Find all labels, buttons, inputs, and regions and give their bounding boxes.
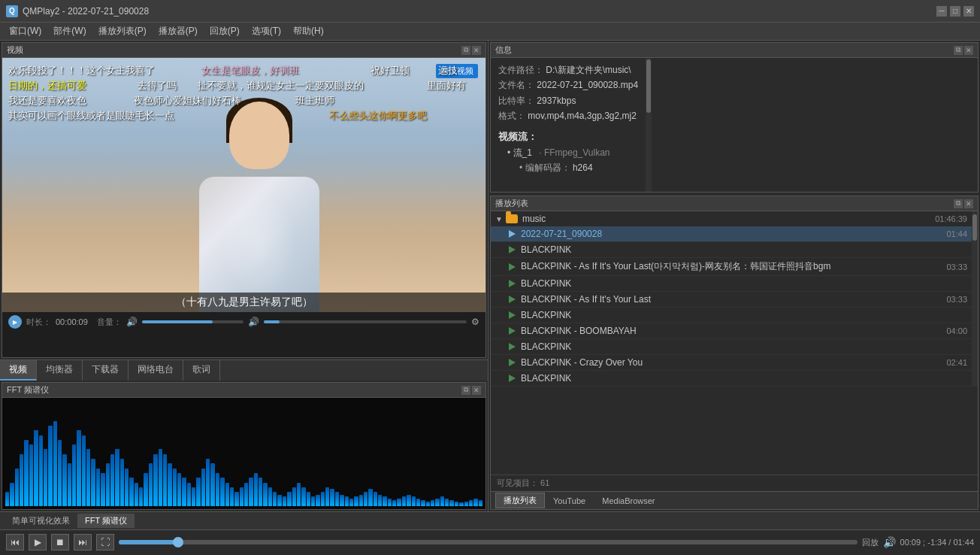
mini-controls-row: ▶ 时长： 00:00:09 音量： 🔊 🔊 ⚙: [8, 315, 479, 329]
volume-area: 🔊: [883, 536, 896, 548]
folder-icon: [506, 214, 518, 223]
info-filename-row: 文件名： 2022-07-21_090028.mp4: [498, 77, 638, 92]
fft-close-button[interactable]: ✕: [472, 386, 481, 395]
fft-bar: [307, 492, 310, 506]
fft-bar: [388, 499, 392, 506]
stop-button[interactable]: ⏹: [51, 534, 69, 550]
info-restore-button[interactable]: ⧉: [954, 46, 963, 55]
bottom-tab-youtube[interactable]: YouTube: [545, 494, 594, 508]
playlist-item-3[interactable]: BLACKPINK: [491, 276, 972, 292]
danmaku-9: 我还是要喜欢夜色: [8, 94, 86, 108]
menu-window[interactable]: 窗口(W): [3, 23, 47, 39]
viz-tab-fft[interactable]: FFT 频谱仪: [77, 514, 135, 528]
playlist-panel-title: 播放列表: [495, 198, 954, 209]
minimize-button[interactable]: ─: [936, 6, 947, 17]
main-seek-bar[interactable]: [119, 540, 858, 544]
mini-vol-slider[interactable]: [142, 320, 243, 323]
fft-bar: [15, 469, 19, 506]
stream1-name: 流_1: [513, 147, 532, 158]
info-scrollbar[interactable]: [646, 58, 652, 192]
playlist-item-8[interactable]: BLACKPINK - Crazy Over You 02:41: [491, 355, 972, 371]
fullscreen-button[interactable]: ⛶: [96, 534, 114, 550]
playlist-item-2[interactable]: BLACKPINK - As If It's Your Last(마지막처럼)-…: [491, 258, 972, 276]
play-button[interactable]: ▶: [29, 534, 47, 550]
main-seek-fill: [119, 540, 178, 544]
menu-playback[interactable]: 回放(P): [204, 23, 246, 39]
playlist-inner: ▼ music 01:46:39 2022-07-21_090028 01:44: [491, 211, 978, 387]
info-close-button[interactable]: ✕: [964, 46, 973, 55]
fft-bar: [449, 500, 453, 506]
info-panel: 信息 ⧉ ✕ 文件路径： D:\新建文件夹\music\ 文件名： 2022-0…: [490, 42, 978, 193]
menu-playlist[interactable]: 播放列表(P): [92, 23, 153, 39]
fft-bar: [316, 495, 319, 506]
fft-bar: [58, 440, 62, 506]
prev-button[interactable]: ⏮: [6, 534, 24, 550]
volume-icon: 🔊: [126, 317, 138, 327]
mini-controls: ▶ 时长： 00:00:09 音量： 🔊 🔊 ⚙: [2, 312, 485, 357]
menu-options[interactable]: 选项(T): [246, 23, 287, 39]
close-button[interactable]: ✕: [963, 6, 974, 17]
video-content[interactable]: 腾讯视频 欢乐段投了！！！这个女主我喜了 女生是笔眼皮，好训班 祝好卫顿 运技 …: [2, 58, 485, 357]
mini-progress-slider[interactable]: [264, 320, 467, 323]
fft-bar: [210, 463, 214, 506]
playlist-item-5[interactable]: BLACKPINK: [491, 308, 972, 323]
fft-bar: [440, 496, 444, 506]
danmaku-3: 祝好卫顿: [371, 64, 410, 77]
playlist-folder[interactable]: ▼ music 01:46:39: [491, 211, 972, 226]
playlist-item-9[interactable]: BLACKPINK: [491, 371, 972, 387]
fft-restore-button[interactable]: ⧉: [461, 386, 470, 395]
visible-items-label: 可见项目：: [497, 478, 538, 487]
video-frame: 腾讯视频 欢乐段投了！！！这个女主我喜了 女生是笔眼皮，好训班 祝好卫顿 运技 …: [2, 58, 485, 312]
stream1-name-row: • 流_1 · FFmpeg_Vulkan: [507, 145, 638, 160]
viz-tabs-row: 简单可视化效果 FFT 频谱仪: [0, 512, 980, 530]
maximize-button[interactable]: □: [950, 6, 960, 17]
fft-bar: [177, 473, 181, 506]
tab-equalizer[interactable]: 均衡器: [37, 360, 83, 381]
video-restore-button[interactable]: ⧉: [461, 46, 470, 55]
playlist-item-6[interactable]: BLACKPINK - BOOMBAYAH 04:00: [491, 323, 972, 339]
fft-content: [2, 398, 485, 509]
item-name-1: BLACKPINK: [521, 244, 941, 255]
playlist-close-button[interactable]: ✕: [964, 199, 973, 208]
fft-bar: [115, 449, 119, 506]
playlist-scrollbar[interactable]: [972, 211, 978, 387]
viz-tab-simple[interactable]: 简单可视化效果: [5, 514, 77, 528]
playlist-panel-titlebar: 播放列表 ⧉ ✕: [491, 196, 978, 211]
fft-bar: [249, 478, 253, 506]
playlist-item-4[interactable]: BLACKPINK - As If It's Your Last 03:33: [491, 292, 972, 308]
menu-help[interactable]: 帮助(H): [287, 23, 330, 39]
mini-time-value: 00:00:09: [56, 317, 88, 326]
fft-bar: [412, 496, 416, 506]
fft-bar: [62, 454, 66, 506]
person-body: [199, 177, 319, 312]
menu-parts[interactable]: 部件(W): [47, 23, 92, 39]
fft-bar: [68, 463, 71, 506]
fft-bar: [431, 500, 434, 506]
mini-play-btn[interactable]: ▶: [8, 315, 22, 329]
fft-bar: [335, 492, 339, 506]
visible-items-count: 61: [540, 478, 549, 487]
video-close-button[interactable]: ✕: [472, 46, 481, 55]
svg-marker-5: [509, 311, 516, 319]
play-indicator-8: [507, 358, 516, 367]
info-panel-titlebar: 信息 ⧉ ✕: [491, 43, 978, 58]
volume-speaker-icon: 🔊: [883, 536, 896, 548]
tab-radio[interactable]: 网络电台: [129, 360, 183, 381]
playlist-item-1[interactable]: BLACKPINK: [491, 242, 972, 258]
playlist-item-0[interactable]: 2022-07-21_090028 01:44: [491, 226, 972, 242]
tab-downloader[interactable]: 下载器: [83, 360, 129, 381]
next-button[interactable]: ⏭: [74, 534, 92, 550]
playlist-restore-button[interactable]: ⧉: [954, 199, 963, 208]
fft-bar: [479, 500, 482, 506]
bottom-tab-mediabrowser[interactable]: MediaBrowser: [594, 494, 663, 508]
mini-vol-fill: [142, 320, 213, 323]
tab-video[interactable]: 视频: [0, 360, 37, 381]
bottom-tab-playlist[interactable]: 播放列表: [495, 493, 545, 508]
playlist-item-7[interactable]: BLACKPINK: [491, 339, 972, 355]
visible-items-row: 可见项目： 61: [491, 475, 978, 491]
mini-settings-icon: ⚙: [471, 317, 479, 327]
tab-lyrics[interactable]: 歌词: [183, 360, 220, 381]
play-indicator-6: [507, 326, 516, 335]
fft-bar: [234, 492, 238, 506]
menu-player[interactable]: 播放器(P): [153, 23, 204, 39]
